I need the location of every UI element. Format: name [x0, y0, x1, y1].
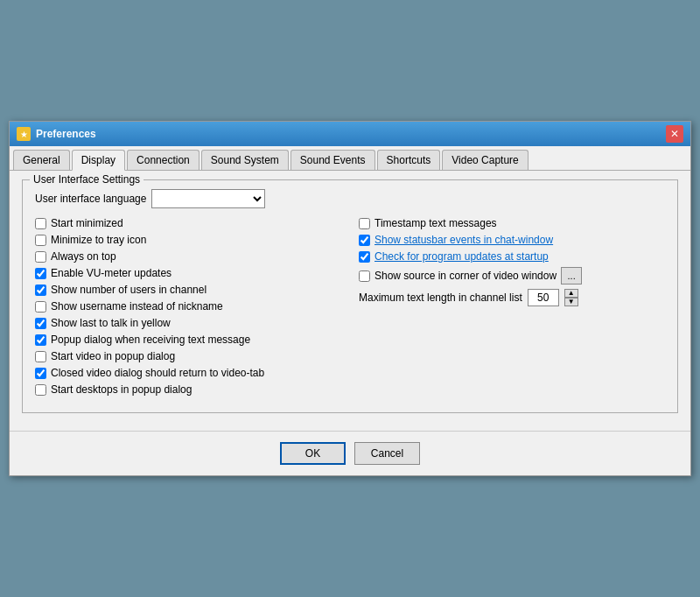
always-on-top-checkbox[interactable] [35, 251, 46, 263]
ok-button[interactable]: OK [280, 442, 346, 465]
close-button[interactable]: ✕ [666, 125, 683, 143]
language-row: User interface language [35, 189, 665, 208]
ui-settings-section: User Interface Settings User interface l… [22, 179, 678, 413]
show-source-checkbox[interactable] [359, 270, 370, 282]
start-video-popup-checkbox[interactable] [35, 351, 46, 362]
show-source-label: Show source in corner of video window [374, 270, 556, 282]
checkbox-row: Closed video dialog should return to vid… [35, 367, 341, 379]
start-minimized-checkbox[interactable] [35, 218, 46, 229]
last-talk-yellow-checkbox[interactable] [35, 318, 46, 329]
content-area: User Interface Settings User interface l… [10, 171, 690, 431]
max-text-input[interactable] [528, 289, 559, 306]
checkbox-row: Show statusbar events in chat-window [359, 234, 665, 246]
checkbox-row: Show last to talk in yellow [35, 317, 341, 329]
show-users-label: Show number of users in channel [51, 284, 206, 296]
checkbox-row: Timestamp text messages [359, 217, 665, 229]
start-minimized-label: Start minimized [51, 217, 123, 229]
checkbox-row: Popup dialog when receiving text message [35, 334, 341, 346]
max-text-row: Maximum text length in channel list ▲ ▼ [359, 289, 665, 306]
tab-sound-system[interactable]: Sound System [201, 150, 289, 170]
show-username-checkbox[interactable] [35, 301, 46, 313]
checkbox-row: Always on top [35, 250, 341, 263]
language-label: User interface language [35, 193, 146, 205]
always-on-top-label: Always on top [51, 250, 116, 263]
window-title: Preferences [36, 128, 96, 140]
minimize-tray-label: Minimize to tray icon [51, 234, 146, 246]
checkbox-row: Start desktops in popup dialog [35, 383, 341, 396]
checkbox-row: Show source in corner of video window ..… [359, 267, 665, 284]
start-desktops-popup-label: Start desktops in popup dialog [51, 383, 192, 396]
statusbar-events-checkbox[interactable] [359, 235, 370, 246]
language-select[interactable] [151, 189, 265, 208]
start-video-popup-label: Start video in popup dialog [51, 350, 175, 362]
title-bar: ★ Preferences ✕ [10, 122, 690, 146]
app-icon: ★ [17, 127, 31, 141]
show-users-checkbox[interactable] [35, 284, 46, 296]
spinner-down-button[interactable]: ▼ [564, 298, 578, 306]
vu-meter-checkbox[interactable] [35, 268, 46, 279]
checkbox-row: Check for program updates at startup [359, 250, 665, 263]
tab-general[interactable]: General [13, 150, 70, 170]
closed-video-dialog-checkbox[interactable] [35, 368, 46, 379]
spinner-up-button[interactable]: ▲ [564, 289, 578, 298]
checkbox-row: Enable VU-meter updates [35, 267, 341, 279]
tab-display[interactable]: Display [72, 150, 125, 171]
popup-text-message-checkbox[interactable] [35, 334, 46, 346]
checkbox-row: Start minimized [35, 217, 341, 229]
checkbox-row: Show number of users in channel [35, 284, 341, 296]
checkbox-row: Start video in popup dialog [35, 350, 341, 362]
statusbar-events-label: Show statusbar events in chat-window [374, 234, 553, 246]
tab-bar: General Display Connection Sound System … [10, 146, 690, 171]
vu-meter-label: Enable VU-meter updates [51, 267, 172, 279]
left-column: Start minimized Minimize to tray icon Al… [35, 217, 341, 400]
right-column: Timestamp text messages Show statusbar e… [359, 217, 665, 400]
program-updates-label: Check for program updates at startup [374, 250, 549, 263]
program-updates-checkbox[interactable] [359, 251, 370, 263]
checkbox-row: Show username instead of nickname [35, 300, 341, 313]
spinner-buttons: ▲ ▼ [564, 289, 578, 306]
closed-video-dialog-label: Closed video dialog should return to vid… [51, 367, 264, 379]
start-desktops-popup-checkbox[interactable] [35, 384, 46, 396]
max-text-label: Maximum text length in channel list [359, 291, 522, 304]
two-col-layout: Start minimized Minimize to tray icon Al… [35, 217, 665, 400]
section-label: User Interface Settings [30, 173, 144, 186]
dots-button[interactable]: ... [561, 267, 582, 284]
show-username-label: Show username instead of nickname [51, 300, 223, 313]
tab-connection[interactable]: Connection [127, 150, 200, 170]
tab-video-capture[interactable]: Video Capture [442, 150, 528, 170]
checkbox-row: Minimize to tray icon [35, 234, 341, 246]
minimize-tray-checkbox[interactable] [35, 235, 46, 246]
tab-shortcuts[interactable]: Shortcuts [377, 150, 441, 170]
timestamp-checkbox[interactable] [359, 218, 370, 229]
timestamp-label: Timestamp text messages [374, 217, 497, 229]
tab-sound-events[interactable]: Sound Events [290, 150, 375, 170]
last-talk-yellow-label: Show last to talk in yellow [51, 317, 171, 329]
cancel-button[interactable]: Cancel [354, 442, 420, 465]
popup-text-message-label: Popup dialog when receiving text message [51, 334, 250, 346]
footer: OK Cancel [10, 431, 690, 475]
